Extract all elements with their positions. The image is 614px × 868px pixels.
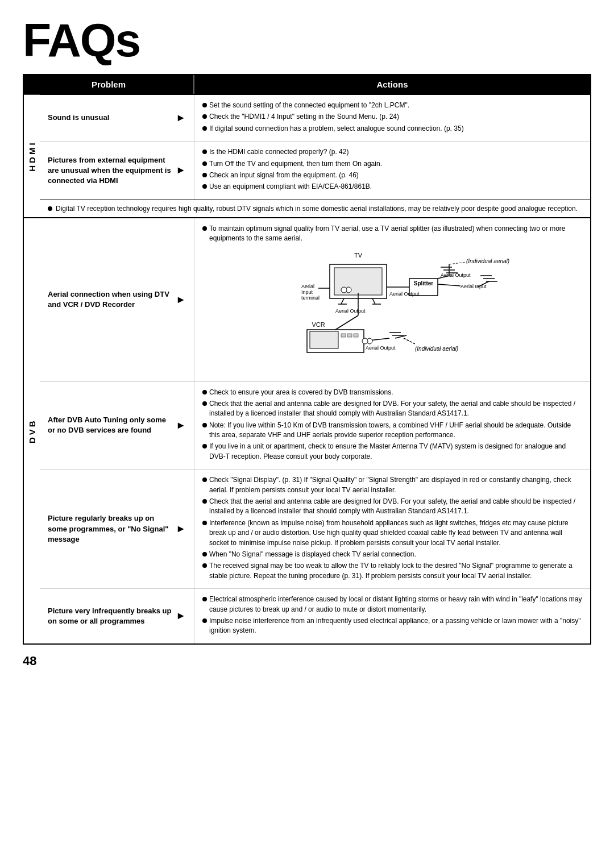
actions-sound-unusual: Set the sound setting of the connected e… — [194, 95, 590, 141]
bullet-icon — [202, 521, 207, 525]
header-problem: Problem — [24, 75, 194, 94]
bullet-icon — [202, 173, 207, 177]
svg-text:Aerial: Aerial — [301, 284, 314, 289]
svg-text:TV: TV — [354, 252, 363, 259]
svg-text:Aerial Output: Aerial Output — [335, 308, 366, 314]
arrow-icon: ► — [176, 609, 186, 623]
list-item: Interference (known as impulse noise) fr… — [202, 518, 582, 548]
actions-hdmi-picture: Is the HDMI cable connected properly? (p… — [194, 142, 590, 200]
list-item: The received signal may be too weak to a… — [202, 561, 582, 581]
svg-line-8 — [449, 262, 466, 264]
section-label-hdmi: HDMI — [24, 95, 40, 217]
svg-point-46 — [362, 338, 368, 344]
hdmi-note: Digital TV reception technology requires… — [40, 200, 590, 217]
bullet-icon — [202, 499, 207, 504]
problem-picture-infrequent: Picture very infrequently breaks up on s… — [40, 589, 194, 643]
svg-text:VCR: VCR — [312, 321, 325, 328]
svg-text:terminal: terminal — [301, 295, 320, 301]
bullet-icon — [202, 597, 207, 601]
svg-text:Aerial Output: Aerial Output — [441, 272, 471, 278]
page-title: FAQs — [23, 17, 591, 64]
arrow-icon: ► — [176, 111, 186, 125]
actions-picture-breaks: Check "Signal Display". (p. 31) If "Sign… — [194, 470, 590, 588]
dvb-rows: Aerial connection when using DTV and VCR… — [40, 218, 590, 643]
bullet-icon — [202, 444, 207, 448]
bullet-icon — [202, 114, 207, 119]
list-item: Note: If you live within 5-10 Km of DVB … — [202, 421, 582, 441]
list-item: Check that the aerial and antenna cable … — [202, 399, 582, 419]
list-item: Check that the aerial and antenna cable … — [202, 497, 582, 517]
list-item: Check to ensure your area is covered by … — [202, 388, 582, 397]
bullet-icon — [202, 563, 207, 568]
page-number: 48 — [23, 654, 591, 668]
list-item: Check an input signal from the equipment… — [202, 171, 582, 180]
svg-text:Aerial Output: Aerial Output — [366, 345, 396, 351]
svg-text:Splitter: Splitter — [414, 280, 434, 286]
bullet-icon — [202, 226, 207, 231]
hdmi-rows: Sound is unusual ► Set the sound setting… — [40, 95, 590, 217]
svg-line-20 — [438, 284, 460, 286]
svg-text:(Individual aerial): (Individual aerial) — [466, 258, 509, 264]
svg-point-48 — [341, 287, 347, 293]
list-item: To maintain optimum signal quality from … — [202, 224, 582, 244]
header-actions: Actions — [194, 75, 590, 94]
svg-rect-32 — [341, 334, 346, 337]
bullet-icon — [202, 477, 207, 482]
svg-rect-33 — [347, 334, 352, 337]
list-item: Impulse noise interference from an infre… — [202, 616, 582, 636]
arrow-icon: ► — [176, 293, 186, 307]
arrow-icon: ► — [176, 163, 186, 177]
svg-line-39 — [404, 338, 415, 344]
list-item: Is the HDMI cable connected properly? (p… — [202, 147, 582, 157]
problem-aerial: Aerial connection when using DTV and VCR… — [40, 218, 194, 381]
bullet-icon — [202, 126, 207, 131]
table-row: Picture very infrequently breaks up on s… — [40, 588, 590, 643]
table-row: Pictures from external equipment are unu… — [40, 141, 590, 200]
bullet-icon — [202, 184, 207, 189]
problem-picture-breaks: Picture regularly breaks up on some prog… — [40, 470, 194, 588]
table-row: Aerial connection when using DTV and VCR… — [40, 218, 590, 381]
actions-dvb-tuning: Check to ensure your area is covered by … — [194, 382, 590, 470]
list-item: Check the "HDMI1 / 4 Input" setting in t… — [202, 112, 582, 122]
svg-text:(Individual aerial): (Individual aerial) — [415, 346, 458, 352]
bullet-icon — [48, 206, 52, 211]
list-item: When "No Signal" message is displayed ch… — [202, 550, 582, 559]
bullet-icon — [202, 103, 207, 107]
svg-rect-31 — [310, 331, 338, 348]
bullet-icon — [202, 423, 207, 427]
section-hdmi: HDMI Sound is unusual ► Set the sound se… — [24, 94, 590, 217]
actions-picture-infrequent: Electrical atmospheric interference caus… — [194, 589, 590, 643]
arrow-icon: ► — [176, 418, 186, 433]
table-row: Picture regularly breaks up on some prog… — [40, 469, 590, 588]
bullet-icon — [202, 401, 207, 406]
list-item: Check "Signal Display". (p. 31) If "Sign… — [202, 475, 582, 495]
aerial-diagram: TV (Individual aerial) Splitter — [273, 247, 512, 372]
svg-line-37 — [335, 315, 358, 330]
bullet-icon — [202, 552, 207, 556]
faq-table: Problem Actions HDMI Sound is unusual ► … — [23, 74, 591, 645]
section-label-dvb: DVB — [24, 218, 40, 643]
bullet-icon — [202, 149, 207, 154]
list-item: Electrical atmospheric interference caus… — [202, 595, 582, 614]
svg-line-3 — [372, 298, 375, 304]
svg-text:Input: Input — [301, 289, 313, 295]
section-dvb: DVB Aerial connection when using DTV and… — [24, 217, 590, 643]
problem-hdmi-picture: Pictures from external equipment are unu… — [40, 142, 194, 200]
table-row: After DVB Auto Tuning only some or no DV… — [40, 381, 590, 470]
problem-sound-unusual: Sound is unusual ► — [40, 95, 194, 141]
table-header: Problem Actions — [24, 75, 590, 94]
actions-aerial: To maintain optimum signal quality from … — [194, 218, 590, 381]
list-item: Set the sound setting of the connected e… — [202, 101, 582, 110]
table-row: Sound is unusual ► Set the sound setting… — [40, 95, 590, 141]
problem-dvb-tuning: After DVB Auto Tuning only some or no DV… — [40, 382, 194, 470]
bullet-icon — [202, 161, 207, 166]
bullet-icon — [202, 390, 207, 394]
list-item: If you live in a unit or apartment, chec… — [202, 442, 582, 462]
svg-text:Aerial Output: Aerial Output — [389, 291, 420, 297]
list-item: If digital sound connection has a proble… — [202, 124, 582, 134]
svg-rect-34 — [354, 334, 358, 337]
bullet-icon — [202, 618, 207, 623]
list-item: Turn Off the TV and equipment, then turn… — [202, 159, 582, 169]
list-item: Use an equipment compliant with EIA/CEA-… — [202, 182, 582, 192]
arrow-icon: ► — [176, 522, 186, 536]
